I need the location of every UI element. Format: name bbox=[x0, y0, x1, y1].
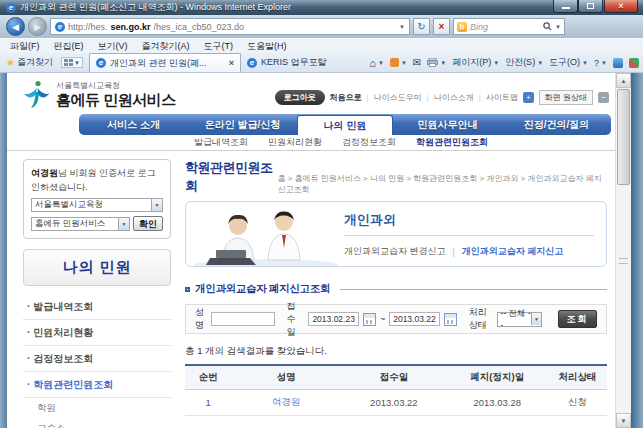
back-icon: ◀ bbox=[12, 22, 19, 32]
search-icon[interactable] bbox=[543, 22, 552, 31]
sidebar-item-hakwon-minwon[interactable]: · 학원관련민원조회 bbox=[23, 372, 171, 398]
menu-bar: 파일(F) 편집(E) 보기(V) 즐겨찾기(A) 도구(T) 도움말(H) bbox=[0, 38, 643, 53]
search-box[interactable]: b Bing ▼ bbox=[453, 18, 565, 35]
subnav-minwon-status[interactable]: 민원처리현황 bbox=[268, 136, 322, 149]
home-icon: ⌂ bbox=[369, 57, 376, 69]
feeds-button[interactable]: ▼ bbox=[390, 58, 407, 67]
window-title: 개인과외 관련 민원(폐소신고 내역조회) - Windows Internet… bbox=[20, 1, 291, 14]
sidebar-menu: · 발급내역조회 · 민원처리현황 · 검정정보조회 · 학원관련민원조회 학원… bbox=[23, 294, 171, 428]
favorites-star-icon[interactable]: ★ bbox=[6, 57, 15, 68]
forward-button[interactable]: ▶ bbox=[28, 17, 47, 36]
sidebar-subitem-hakwon[interactable]: 학원 bbox=[23, 398, 171, 418]
result-suffix: 개의 검색결과를 찾았습니다. bbox=[202, 345, 327, 356]
seoul-edu-logo-icon bbox=[23, 80, 50, 110]
help-menu-button[interactable]: ?▼ bbox=[594, 58, 607, 68]
help-dropdown-icon: ▼ bbox=[601, 60, 607, 66]
menu-view[interactable]: 보기(V) bbox=[98, 40, 128, 53]
stop-button[interactable]: × bbox=[433, 18, 450, 35]
zoom-in-button[interactable]: + bbox=[523, 92, 534, 103]
sidebar-subitem-gyoseupso[interactable]: 교습소 bbox=[23, 418, 171, 428]
tools-menu-button[interactable]: 도구(O)▼ bbox=[549, 56, 588, 69]
forward-icon: ▶ bbox=[34, 22, 41, 32]
nav-service-intro[interactable]: 서비스 소개 bbox=[79, 114, 188, 135]
home-button[interactable]: ⌂▼ bbox=[369, 57, 384, 69]
window-frame bbox=[631, 73, 643, 428]
back-button[interactable]: ◀ bbox=[6, 17, 25, 36]
maximize-button[interactable] bbox=[578, 0, 603, 13]
tab-current[interactable]: e 개인과외 관련 민원(폐... × bbox=[89, 53, 241, 72]
toolbar-addon-icon[interactable] bbox=[613, 58, 623, 68]
utility-link-home[interactable]: 처음으로 bbox=[330, 92, 362, 103]
calendar-icon[interactable] bbox=[363, 313, 376, 326]
nav-my-minwon[interactable]: 나의 민원 bbox=[297, 115, 393, 135]
chevron-down-icon: ▼ bbox=[118, 218, 129, 230]
search-button[interactable]: 조회 bbox=[558, 310, 597, 328]
print-button[interactable]: ▼ bbox=[427, 58, 446, 67]
menu-file[interactable]: 파일(F) bbox=[10, 40, 40, 53]
minimize-icon bbox=[562, 7, 570, 9]
refresh-button[interactable]: ↻ bbox=[413, 18, 430, 35]
mail-button[interactable]: ✉ bbox=[413, 57, 421, 68]
page-content: 서울특별시교육청 홈에듀 민원서비스 로그아웃 처음으로 | 나이스도우미 | … bbox=[7, 73, 615, 428]
window-frame bbox=[0, 73, 7, 428]
closure-report-link[interactable]: 개인과외교습자 폐지신고 bbox=[462, 245, 564, 258]
sidebar-item-minwon-status[interactable]: · 민원처리현황 bbox=[23, 320, 171, 346]
help-icon: ? bbox=[594, 58, 599, 68]
scroll-down-button[interactable]: ▼ bbox=[616, 413, 631, 428]
name-input[interactable] bbox=[211, 312, 275, 326]
applicant-name-link[interactable]: 여경원 bbox=[272, 396, 301, 407]
scrollbar-thumb[interactable] bbox=[617, 89, 630, 185]
close-button[interactable]: × bbox=[604, 0, 638, 13]
menu-help[interactable]: 도움말(H) bbox=[247, 40, 287, 53]
result-table: 순번 성명 접수일 폐지(정지)일 처리상태 1 여경원 201 bbox=[185, 364, 607, 416]
search-dropdown-icon[interactable]: ▼ bbox=[555, 24, 561, 30]
change-report-link[interactable]: 개인과외교습자 변경신고 bbox=[344, 245, 446, 258]
nav-petition[interactable]: 진정/건의/질의 bbox=[502, 114, 611, 135]
close-icon: × bbox=[618, 2, 623, 11]
menu-edit[interactable]: 편집(E) bbox=[54, 40, 84, 53]
sub-nav: 발급내역조회 민원처리현황 검정정보조회 학원관련민원조회 bbox=[7, 135, 615, 151]
sidebar-item-exam-info[interactable]: · 검정정보조회 bbox=[23, 346, 171, 372]
utility-bar: 로그아웃 처음으로 | 나이스도우미 | 나이스소개 | 사이트맵 + 화면 원… bbox=[275, 90, 609, 105]
utility-link-sitemap[interactable]: 사이트맵 bbox=[486, 92, 518, 103]
result-summary: 총 1 개의 검색결과를 찾았습니다. bbox=[185, 345, 607, 358]
date-to-input[interactable]: 2013.03.22 bbox=[389, 312, 440, 326]
nav-online-issue[interactable]: 온라인 발급/신청 bbox=[188, 114, 297, 135]
confirm-button[interactable]: 확인 bbox=[133, 216, 163, 231]
utility-link-neis-intro[interactable]: 나이스소개 bbox=[434, 92, 474, 103]
vertical-scrollbar[interactable]: ▲ ▼ bbox=[615, 73, 631, 428]
sidebar-item-issue-history[interactable]: · 발급내역조회 bbox=[23, 294, 171, 320]
tab-keris[interactable]: e KERIS 업무포탈 bbox=[241, 53, 333, 72]
favorites-button[interactable]: 즐겨찾기 bbox=[17, 56, 53, 69]
subnav-issue-history[interactable]: 발급내역조회 bbox=[194, 136, 248, 149]
url-dropdown-icon[interactable]: ▼ bbox=[399, 24, 405, 30]
safety-menu-button[interactable]: 안전(S)▼ bbox=[505, 56, 543, 69]
toolbar-addon-icon[interactable] bbox=[629, 58, 639, 68]
login-message: 여경원님 비회원 인증서로 로그인하셨습니다. bbox=[31, 167, 163, 194]
page-menu-button[interactable]: 페이지(P)▼ bbox=[452, 56, 499, 69]
screen-reset-button[interactable]: 화면 원상태 bbox=[539, 90, 593, 105]
utility-separator: | bbox=[479, 93, 481, 102]
status-select[interactable]: -- 전체 -- ▼ bbox=[497, 312, 542, 327]
minimize-button[interactable] bbox=[553, 0, 578, 13]
tab-close-icon[interactable]: × bbox=[229, 58, 234, 68]
url-field[interactable]: e http://hes.sen.go.kr/hes_ica_cb50_023.… bbox=[50, 18, 410, 35]
logout-button[interactable]: 로그아웃 bbox=[275, 90, 325, 105]
page-favicon-icon: e bbox=[55, 22, 65, 32]
subnav-exam-info[interactable]: 검정정보조회 bbox=[342, 136, 396, 149]
nav-minwon-guide[interactable]: 민원사무안내 bbox=[393, 114, 502, 135]
utility-link-neis-helper[interactable]: 나이스도우미 bbox=[374, 92, 422, 103]
browser-window: e 개인과외 관련 민원(폐소신고 내역조회) - Windows Intern… bbox=[0, 0, 643, 428]
zoom-out-button[interactable]: − bbox=[598, 92, 609, 103]
menu-favorites[interactable]: 즐겨찾기(A) bbox=[142, 40, 190, 53]
office-select[interactable]: 서울특별시교육청 ▼ bbox=[31, 198, 163, 212]
subnav-hakwon-minwon[interactable]: 학원관련민원조회 bbox=[416, 136, 488, 149]
date-from-input[interactable]: 2013.02.23 bbox=[308, 312, 359, 326]
menu-tools[interactable]: 도구(T) bbox=[204, 40, 234, 53]
quick-tabs-button[interactable]: ▼ bbox=[61, 57, 83, 68]
calendar-icon[interactable] bbox=[444, 313, 457, 326]
scroll-up-button[interactable]: ▲ bbox=[616, 73, 631, 88]
service-select[interactable]: 홈에듀 민원서비스 ▼ bbox=[31, 217, 130, 231]
sidebar-item-label: 발급내역조회 bbox=[33, 301, 93, 312]
site-logo[interactable]: 서울특별시교육청 홈에듀 민원서비스 bbox=[23, 80, 176, 110]
